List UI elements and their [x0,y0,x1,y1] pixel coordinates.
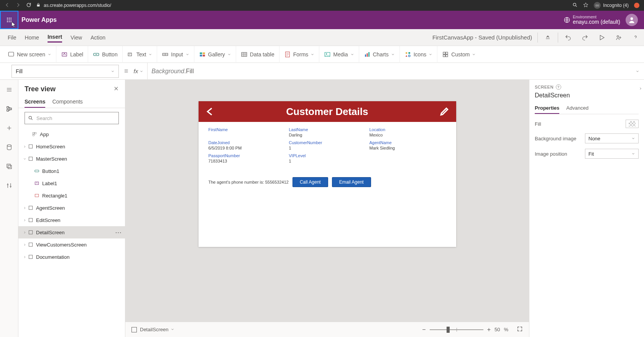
menu-insert[interactable]: Insert [48,32,62,43]
bg-image-select[interactable]: None [585,133,639,143]
menu-file[interactable]: File [8,33,16,42]
chevron-down-icon [148,51,152,58]
back-arrow-icon[interactable] [205,107,215,117]
svg-rect-25 [202,54,205,56]
ribbon-text[interactable]: Text [123,46,158,63]
help-icon[interactable]: ? [556,84,561,90]
svg-point-8 [9,20,10,21]
profile-dot-icon[interactable] [634,3,639,8]
tab-components[interactable]: Components [52,96,82,108]
tab-advanced[interactable]: Advanced [566,103,588,114]
svg-rect-59 [29,255,32,258]
ribbon-custom[interactable]: Custom [437,46,480,63]
ribbon-label[interactable]: Label [56,46,88,63]
rail-insert[interactable] [3,122,15,134]
rail-media[interactable] [3,160,15,173]
chevron-down-icon [111,68,115,74]
chevron-down-icon [429,51,432,58]
svg-point-11 [9,21,10,22]
tree-item-editscreen[interactable]: EditScreen [18,214,125,226]
more-options-icon[interactable]: ··· [115,230,122,235]
browser-reload-icon[interactable] [26,2,31,9]
formula-expand-button[interactable] [631,68,644,75]
tree-item-label1[interactable]: Label1 [18,177,125,189]
undo-button[interactable] [560,29,577,46]
svg-point-10 [7,21,8,22]
footer-checkbox[interactable] [131,327,137,332]
redo-button[interactable] [577,29,593,46]
browser-back-icon[interactable] [5,2,10,9]
canvas-screen[interactable]: Customer Details FirstName LastNameDarli… [199,101,456,247]
image-position-select[interactable]: Fit [585,149,639,159]
tree-item-viewcustomers[interactable]: ViewCustomersScreen [18,238,125,251]
ribbon-icons[interactable]: Icons [400,46,437,63]
tree-item-button1[interactable]: Button1 [18,165,125,177]
app-launcher-button[interactable] [0,11,18,29]
help-button[interactable] [627,29,644,46]
app-checker-button[interactable] [539,29,556,46]
tree-search-input[interactable]: Search [25,112,119,124]
tree-item-app[interactable]: App [18,128,125,140]
chevron-down-icon[interactable] [171,327,174,332]
screen-icon [28,156,34,162]
user-avatar[interactable] [626,14,638,26]
zoom-slider[interactable] [430,329,483,330]
property-selector[interactable]: Fill [12,65,119,78]
tree-item-masterscreen[interactable]: MasterScreen [18,153,125,165]
chevron-down-icon [631,136,635,141]
call-agent-button[interactable]: Call Agent [292,177,328,187]
environment-picker[interactable]: Environment enayu.com (default) [564,15,620,25]
rail-hamburger[interactable] [3,84,15,96]
ribbon-new-screen[interactable]: New screen [3,46,56,63]
ribbon-charts[interactable]: Charts [359,46,400,63]
formula-input[interactable]: Background.Fill [148,67,631,75]
footer-screen-name[interactable]: DetailScreen [140,327,168,332]
tree-item-rectangle1[interactable]: Rectangle1 [18,189,125,202]
ribbon-media[interactable]: Media [319,46,359,63]
tree-item-homescreen[interactable]: HomeScreen [18,140,125,153]
close-panel-button[interactable] [113,86,119,93]
menu-view[interactable]: View [71,33,82,42]
svg-point-2 [596,5,597,7]
ribbon-input[interactable]: Input [157,46,194,63]
rail-advanced[interactable] [3,179,15,192]
ribbon-gallery[interactable]: Gallery [194,46,236,63]
tree-item-detailscreen[interactable]: DetailScreen ··· [18,226,125,238]
incognito-badge[interactable]: Incognito (4) [594,2,629,9]
svg-point-1 [573,3,576,6]
chevron-right-icon[interactable] [639,86,642,92]
ribbon-forms[interactable]: Forms [279,46,320,63]
tree-item-documentation[interactable]: Documentation [18,251,125,263]
svg-rect-55 [29,206,32,209]
chevron-down-icon [391,51,395,58]
prop-label-fill: Fill [535,121,541,127]
screen-header: Customer Details [199,101,456,122]
share-button[interactable] [610,29,627,46]
svg-point-46 [29,116,31,119]
menu-action[interactable]: Action [90,33,105,42]
tab-properties[interactable]: Properties [535,103,559,114]
star-icon[interactable] [583,2,588,9]
ribbon-data-table[interactable]: Data table [236,46,279,63]
zoom-icon[interactable] [572,2,578,9]
tab-screens[interactable]: Screens [25,96,45,108]
rail-tree-view[interactable] [3,103,15,115]
fx-label[interactable]: fx [134,63,148,80]
tree-item-agentscreen[interactable]: AgentScreen [18,202,125,214]
zoom-out-button[interactable]: − [422,326,426,333]
browser-forward-icon[interactable] [15,2,21,9]
fit-to-screen-button[interactable] [517,326,523,333]
browser-url[interactable]: as.create.powerapps.com/studio/ [36,3,111,8]
zoom-unit: % [504,327,508,332]
svg-point-14 [631,17,633,20]
email-agent-button[interactable]: Email Agent [332,177,371,187]
edit-pencil-icon[interactable] [439,107,449,117]
fill-color-swatch[interactable] [626,120,639,128]
ribbon-button[interactable]: Button [88,46,122,63]
preview-button[interactable] [593,29,610,46]
rail-data[interactable] [3,141,15,153]
zoom-in-button[interactable]: + [487,326,491,333]
field-customernumber: CustomerNumber1 [289,140,366,151]
prop-label-bg: Background image [535,136,576,141]
menu-home[interactable]: Home [25,33,39,42]
